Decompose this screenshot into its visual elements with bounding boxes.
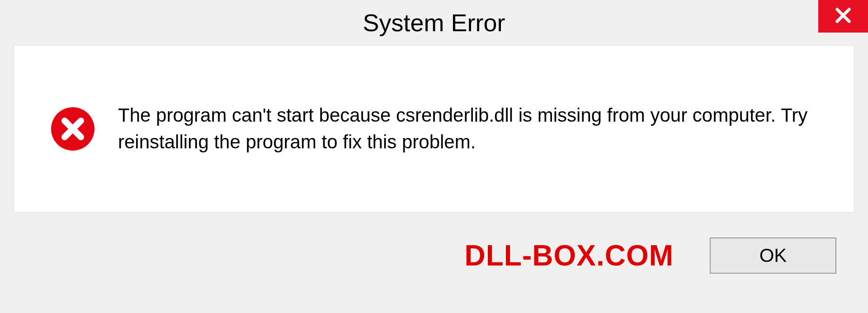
dialog-title: System Error: [363, 9, 505, 37]
brand-text: DLL-BOX.COM: [465, 239, 674, 272]
dialog-footer: DLL-BOX.COM OK: [14, 213, 854, 299]
error-icon: [50, 106, 95, 152]
content-area: The program can't start because csrender…: [14, 45, 854, 213]
error-dialog: System Error The program can't start bec…: [0, 0, 868, 313]
close-icon: [834, 6, 852, 26]
close-button[interactable]: [818, 0, 868, 33]
ok-button-label: OK: [760, 245, 787, 266]
error-message: The program can't start because csrender…: [118, 102, 818, 156]
ok-button[interactable]: OK: [710, 237, 836, 274]
title-bar: System Error: [0, 0, 868, 45]
